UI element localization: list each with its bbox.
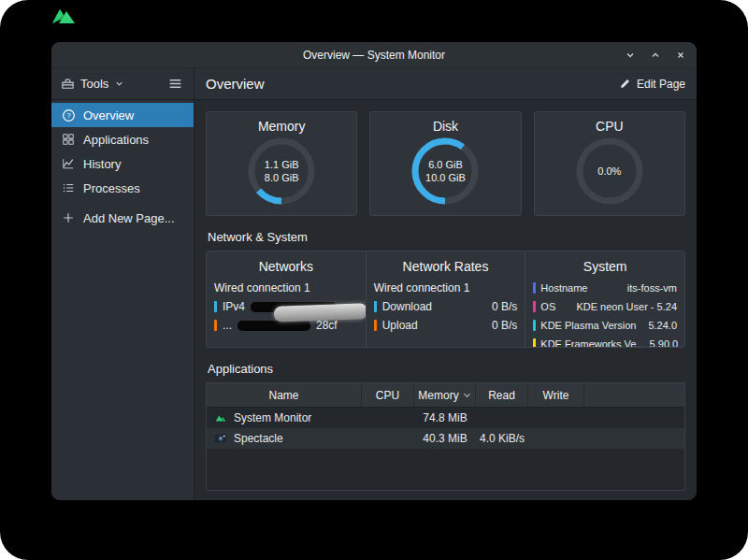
memory-column-label: Memory [418, 389, 458, 402]
column-header-spacer [584, 383, 684, 407]
os-row: OS KDE neon User - 5.24 [533, 297, 677, 316]
close-button[interactable] [674, 49, 687, 62]
card-title: CPU [596, 119, 624, 134]
edit-page-button[interactable]: Edit Page [619, 78, 685, 91]
sidebar-item-label: Applications [83, 133, 149, 147]
network-system-section-label: Network & System [208, 229, 685, 246]
gauge-used: 1.1 GiB [265, 158, 299, 171]
desktop-background: Overview — System Monitor [0, 0, 748, 560]
content-header: Overview Edit Page [194, 68, 697, 100]
disk-card: Disk 6.0 GiB 10.0 GiB [369, 111, 521, 216]
sidebar-item-add-new-page[interactable]: Add New Page... [51, 206, 194, 230]
system-monitor-app-icon[interactable] [51, 5, 76, 25]
minimize-button[interactable] [624, 49, 637, 62]
table-row-system-monitor[interactable]: System Monitor 74.8 MiB [207, 408, 684, 428]
sidebar: Tools ? [51, 68, 194, 500]
svg-text:?: ? [66, 111, 71, 120]
write-cell [528, 408, 584, 428]
ipv4-label: IPv4 [223, 300, 245, 313]
sidebar-menu-button[interactable] [165, 74, 185, 93]
toolbox-icon [61, 77, 75, 91]
network-system-card: Networks Wired connection 1 IPv4 ... [206, 251, 685, 348]
memory-cell: 74.8 MiB [414, 408, 476, 428]
process-name: Spectacle [234, 432, 283, 445]
read-cell: 4.0 KiB/s [476, 428, 528, 449]
networks-title: Networks [214, 256, 358, 279]
upload-row: Upload 0 B/s [374, 316, 518, 335]
gauge-value: 1.1 GiB 8.0 GiB [245, 135, 318, 208]
hamburger-icon [167, 76, 183, 92]
sidebar-item-applications[interactable]: Applications [51, 127, 194, 151]
gauge-total: 8.0 GiB [265, 171, 299, 184]
column-header-name[interactable]: Name [207, 383, 362, 407]
download-row: Download 0 B/s [374, 297, 518, 316]
frameworks-version-value: 5.90.0 [650, 338, 679, 347]
memory-cell: 40.3 MiB [414, 428, 476, 449]
sort-descending-icon [463, 392, 471, 398]
sidebar-item-processes[interactable]: Processes [51, 176, 194, 200]
legend-color-bar [374, 301, 377, 312]
process-name: System Monitor [234, 411, 311, 424]
system-panel: System Hostname its-foss-vm OS KDE neon … [525, 251, 684, 347]
maximize-button[interactable] [649, 49, 662, 62]
os-value: KDE neon User - 5.24 [576, 301, 677, 312]
cpu-cell [362, 408, 414, 428]
gauge-cards-row: Memory 1.1 GiB 8.0 GiB [206, 111, 685, 216]
system-monitor-window: Overview — System Monitor [51, 42, 697, 500]
card-title: Memory [258, 119, 306, 134]
pencil-icon [619, 78, 631, 90]
window-controls [624, 42, 687, 67]
legend-color-bar [533, 338, 536, 347]
plasma-version-label: KDE Plasma Version [540, 320, 636, 331]
network-rates-panel: Network Rates Wired connection 1 Downloa… [366, 251, 525, 347]
edit-page-label: Edit Page [637, 78, 685, 91]
legend-color-bar [533, 282, 536, 294]
redaction-smudge [274, 303, 366, 322]
cpu-gauge: 0.0% [573, 135, 646, 208]
legend-color-bar [374, 320, 377, 331]
sidebar-item-overview[interactable]: ? Overview [51, 103, 194, 127]
legend-color-bar [214, 320, 217, 331]
column-header-read[interactable]: Read [476, 383, 528, 407]
ipv6-suffix: 28cf [316, 319, 338, 332]
content-area: Overview Edit Page Memory [194, 68, 697, 500]
sidebar-toolbar: Tools [51, 68, 194, 100]
write-cell [528, 428, 584, 449]
read-cell [476, 408, 528, 428]
tools-label: Tools [80, 77, 108, 91]
connection-name: Wired connection 1 [374, 279, 518, 297]
card-title: Disk [433, 119, 458, 134]
spectacle-icon [214, 432, 227, 445]
overview-page: Memory 1.1 GiB 8.0 GiB [194, 100, 697, 500]
sidebar-item-label: Overview [83, 108, 134, 122]
tools-menu-button[interactable]: Tools [61, 77, 124, 91]
column-header-cpu[interactable]: CPU [362, 383, 414, 407]
titlebar[interactable]: Overview — System Monitor [51, 42, 697, 68]
hostname-label: Hostname [540, 282, 587, 294]
table-row-spectacle[interactable]: Spectacle 40.3 MiB 4.0 KiB/s [207, 428, 684, 449]
applications-table: Name CPU Memory Read Write [206, 382, 685, 491]
hostname-row: Hostname its-foss-vm [533, 279, 677, 297]
gauge-value: 0.0% [573, 135, 646, 208]
legend-color-bar [533, 320, 536, 331]
column-header-write[interactable]: Write [528, 383, 584, 407]
plasma-version-value: 5.24.0 [648, 320, 677, 331]
download-label: Download [382, 300, 432, 313]
legend-color-bar [533, 301, 536, 312]
window-body: Tools ? [51, 68, 697, 500]
ipv6-label: ... [223, 319, 232, 332]
connection-name: Wired connection 1 [214, 279, 358, 297]
window-title: Overview — System Monitor [303, 49, 445, 62]
grid-icon [61, 133, 76, 146]
applications-section-label: Applications [208, 361, 685, 378]
sidebar-item-history[interactable]: History [51, 151, 194, 176]
help-circle-icon: ? [61, 108, 76, 122]
frameworks-version-label: KDE Frameworks Ve... [540, 338, 644, 347]
chevron-down-icon [114, 79, 124, 89]
memory-gauge: 1.1 GiB 8.0 GiB [245, 135, 318, 208]
table-header: Name CPU Memory Read Write [207, 383, 684, 408]
cpu-card: CPU 0.0% [534, 111, 685, 216]
sidebar-item-label: Processes [83, 181, 140, 195]
column-header-memory[interactable]: Memory [414, 383, 476, 407]
system-title: System [533, 256, 677, 279]
